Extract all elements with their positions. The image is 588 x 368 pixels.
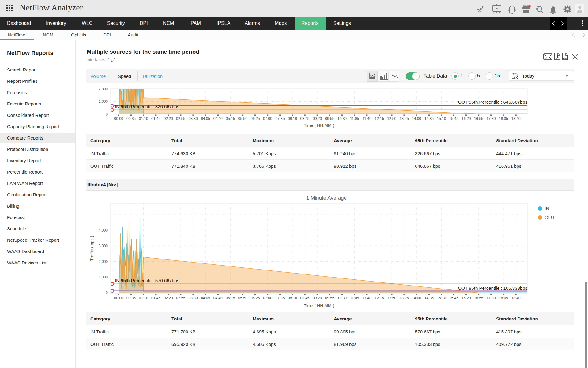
svg-text:11:40: 11:40: [363, 296, 371, 300]
svg-text:00:35: 00:35: [126, 296, 136, 300]
svg-text:15:45: 15:45: [449, 117, 458, 121]
svg-text:08:45: 08:45: [300, 296, 309, 300]
svg-text:04:40: 04:40: [213, 296, 223, 300]
svg-text:10:30: 10:30: [337, 117, 347, 121]
svg-text:IN: IN: [545, 206, 549, 211]
svg-text:09:55: 09:55: [325, 296, 334, 300]
svg-text:Traffic ( bps ): Traffic ( bps ): [89, 236, 94, 261]
svg-text:06:25: 06:25: [251, 117, 260, 121]
svg-text:00:35: 00:35: [126, 117, 136, 121]
svg-text:2,000: 2,000: [99, 259, 108, 264]
svg-text:04:40: 04:40: [213, 117, 223, 121]
svg-text:10:30: 10:30: [337, 296, 347, 300]
svg-text:16:55: 16:55: [474, 117, 483, 121]
svg-text:16:55: 16:55: [474, 296, 483, 300]
svg-text:05:15: 05:15: [226, 117, 235, 121]
svg-text:0: 0: [106, 112, 108, 117]
svg-text:08:45: 08:45: [300, 117, 309, 121]
svg-text:4,000: 4,000: [99, 228, 108, 232]
svg-text:2,000: 2,000: [99, 88, 108, 91]
svg-text:IN 95th Percentile : 326.667bp: IN 95th Percentile : 326.667bps: [115, 104, 179, 109]
svg-text:02:55: 02:55: [176, 296, 185, 300]
svg-text:08:10: 08:10: [288, 117, 297, 121]
svg-text:Time ( HH:MM ): Time ( HH:MM ): [304, 123, 334, 128]
svg-text:14:35: 14:35: [424, 117, 434, 121]
svg-text:02:20: 02:20: [164, 296, 173, 300]
svg-text:12:50: 12:50: [387, 296, 396, 300]
svg-text:04:05: 04:05: [201, 296, 210, 300]
svg-text:11:05: 11:05: [350, 296, 359, 300]
svg-text:07:35: 07:35: [275, 117, 285, 121]
svg-text:1,000: 1,000: [99, 275, 108, 279]
svg-text:15:10: 15:10: [437, 296, 446, 300]
svg-text:09:55: 09:55: [325, 117, 334, 121]
svg-text:16:20: 16:20: [462, 296, 471, 300]
svg-text:csv: csv: [564, 57, 568, 59]
svg-text:14:00: 14:00: [412, 117, 421, 121]
svg-text:01:45: 01:45: [151, 296, 160, 300]
svg-text:03:30: 03:30: [189, 117, 198, 121]
svg-text:05:15: 05:15: [226, 296, 235, 300]
svg-text:00:00: 00:00: [114, 117, 123, 121]
svg-text:18:40: 18:40: [511, 117, 520, 121]
svg-text:08:10: 08:10: [288, 296, 297, 300]
svg-text:01:45: 01:45: [151, 117, 160, 121]
svg-text:13:25: 13:25: [400, 117, 409, 121]
svg-text:07:00: 07:00: [263, 296, 272, 300]
svg-text:11:05: 11:05: [350, 117, 359, 121]
svg-text:18:05: 18:05: [499, 117, 508, 121]
svg-text:12:15: 12:15: [375, 117, 384, 121]
svg-text:11:40: 11:40: [363, 117, 371, 121]
svg-text:1,000: 1,000: [99, 99, 108, 104]
svg-text:OUT 95th Percentile : 105.333b: OUT 95th Percentile : 105.333bps: [458, 286, 527, 291]
svg-text:16:20: 16:20: [462, 117, 471, 121]
svg-text:04:05: 04:05: [201, 117, 210, 121]
svg-text:05:50: 05:50: [238, 296, 247, 300]
svg-text:IN 95th Percentile : 570.667bp: IN 95th Percentile : 570.667bps: [115, 278, 179, 283]
svg-text:1 Minute Average: 1 Minute Average: [306, 195, 347, 201]
svg-text:02:55: 02:55: [176, 117, 185, 121]
svg-text:03:30: 03:30: [189, 296, 198, 300]
svg-text:OUT 95th Percentile : 646.667b: OUT 95th Percentile : 646.667bps: [458, 99, 527, 105]
svg-text:15:10: 15:10: [437, 117, 446, 121]
svg-text:17:30: 17:30: [486, 117, 496, 121]
svg-text:Time ( HH:MM ): Time ( HH:MM ): [304, 303, 334, 308]
svg-text:02:20: 02:20: [164, 117, 173, 121]
svg-text:OUT: OUT: [545, 215, 555, 220]
svg-text:18:05: 18:05: [499, 296, 508, 300]
svg-text:05:50: 05:50: [238, 117, 247, 121]
svg-text:06:25: 06:25: [251, 296, 260, 300]
svg-text:12:50: 12:50: [387, 117, 396, 121]
svg-text:14:35: 14:35: [424, 296, 434, 300]
svg-text:07:00: 07:00: [263, 117, 272, 121]
svg-text:18:40: 18:40: [511, 296, 520, 300]
svg-text:09:20: 09:20: [313, 296, 322, 300]
svg-text:01:10: 01:10: [139, 117, 148, 121]
svg-text:12:15: 12:15: [375, 296, 384, 300]
svg-text:07:35: 07:35: [275, 296, 285, 300]
svg-text:3,000: 3,000: [99, 244, 108, 248]
svg-text:14:00: 14:00: [412, 296, 421, 300]
svg-text:0: 0: [106, 291, 108, 295]
svg-text:01:10: 01:10: [139, 296, 148, 300]
svg-text:00:00: 00:00: [114, 296, 123, 300]
svg-text:09:20: 09:20: [313, 117, 322, 121]
svg-text:13:25: 13:25: [400, 296, 409, 300]
svg-text:15:45: 15:45: [449, 296, 458, 300]
svg-text:17:30: 17:30: [486, 296, 496, 300]
